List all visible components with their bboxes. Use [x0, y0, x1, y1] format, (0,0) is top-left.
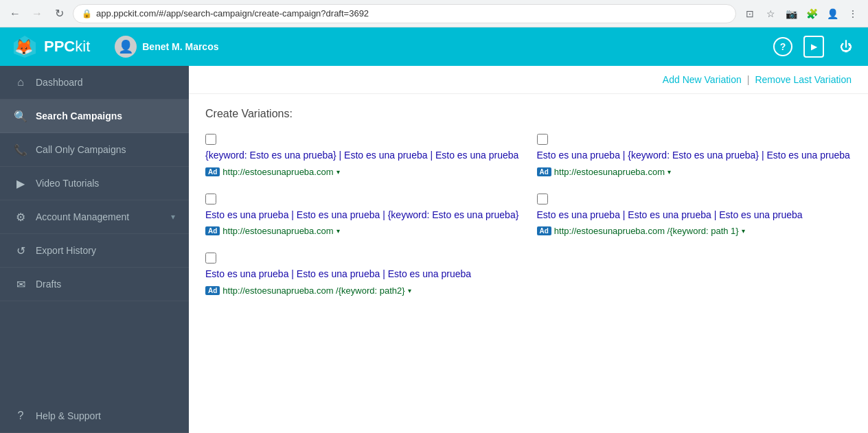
search-icon: 🔍 — [14, 109, 27, 123]
history-icon: ↺ — [14, 244, 27, 257]
sidebar-item-search-campaigns[interactable]: 🔍 Search Campaigns — [0, 100, 189, 133]
variation-url-row: Ad http://estoesunaprueba.com /{keyword:… — [205, 285, 521, 296]
variation-checkbox[interactable] — [205, 253, 216, 264]
top-nav: 🦊 PPCkit 👤 Benet M. Marcos ? ▶ ⏻ — [0, 27, 868, 66]
sidebar-item-dashboard[interactable]: ⌂ Dashboard — [0, 66, 189, 100]
variations-grid: {keyword: Esto es una prueba} | Esto es … — [205, 134, 852, 296]
url-bar[interactable]: 🔒 app.ppckit.com/#/app/search-campaign/c… — [73, 4, 736, 23]
ad-badge: Ad — [537, 167, 551, 176]
video-button[interactable]: ▶ — [803, 36, 824, 58]
nav-user: 👤 Benet M. Marcos — [115, 36, 218, 58]
sidebar-item-call-only-campaigns[interactable]: 📞 Call Only Campaigns — [0, 133, 189, 167]
action-bar: Add New Variation | Remove Last Variatio… — [189, 66, 868, 94]
variation-url-row: Ad http://estoesunaprueba.com ▾ — [205, 226, 521, 236]
video-icon: ▶ — [14, 176, 27, 190]
variation-url-row: Ad http://estoesunaprueba.com ▾ — [205, 167, 521, 177]
nav-right-icons: ? ▶ ⏻ — [773, 36, 857, 58]
menu-button[interactable]: ⋮ — [845, 5, 861, 22]
variation-title[interactable]: Esto es una prueba | {keyword: Esto es u… — [537, 149, 852, 163]
variation-checkbox[interactable] — [205, 194, 216, 204]
phone-icon: 📞 — [14, 143, 27, 156]
main-content: Add New Variation | Remove Last Variatio… — [189, 66, 868, 433]
gear-icon: ⚙ — [14, 210, 27, 224]
variation-url: http://estoesunaprueba.com — [554, 167, 665, 177]
reload-button[interactable]: ↻ — [51, 5, 67, 22]
sidebar-item-label-export: Export History — [36, 245, 175, 256]
logo-text: PPCkit — [44, 38, 90, 56]
variation-item: Esto es una prueba | {keyword: Esto es u… — [537, 134, 852, 177]
variation-url: http://estoesunaprueba.com /{keyword: pa… — [554, 226, 739, 236]
forward-button[interactable]: → — [29, 5, 45, 22]
avatar: 👤 — [115, 36, 137, 58]
sidebar-item-label-call: Call Only Campaigns — [36, 144, 175, 155]
variation-title[interactable]: Esto es una prueba | Esto es una prueba … — [205, 209, 521, 222]
variation-item-empty — [537, 253, 852, 296]
sidebar-item-account-management[interactable]: ⚙ Account Management ▾ — [0, 200, 189, 234]
variation-item: Esto es una prueba | Esto es una prueba … — [537, 194, 852, 237]
bookmark-button[interactable]: ☆ — [762, 5, 779, 22]
remove-last-variation-link[interactable]: Remove Last Variation — [755, 74, 852, 85]
variation-item: Esto es una prueba | Esto es una prueba … — [205, 194, 521, 237]
help-button[interactable]: ? — [773, 37, 792, 56]
ad-badge: Ad — [205, 286, 220, 295]
add-new-variation-link[interactable]: Add New Variation — [663, 74, 742, 85]
variation-item: {keyword: Esto es una prueba} | Esto es … — [205, 134, 521, 177]
action-separator: | — [747, 74, 750, 85]
variation-checkbox[interactable] — [537, 194, 548, 204]
sidebar: ⌂ Dashboard 🔍 Search Campaigns 📞 Call On… — [0, 66, 189, 433]
url-dropdown-icon[interactable]: ▾ — [742, 227, 745, 235]
variation-title[interactable]: Esto es una prueba | Esto es una prueba … — [537, 209, 852, 222]
variation-item: Esto es una prueba | Esto es una prueba … — [205, 253, 521, 296]
lock-icon: 🔒 — [82, 9, 92, 19]
home-icon: ⌂ — [14, 75, 27, 89]
sidebar-item-label: Dashboard — [36, 77, 175, 88]
section-title: Create Variations: — [205, 108, 852, 120]
sidebar-item-help-support[interactable]: ? Help & Support — [0, 399, 189, 433]
drafts-icon: ✉ — [14, 277, 27, 291]
ad-badge: Ad — [537, 226, 551, 235]
user-name: Benet M. Marcos — [142, 41, 218, 52]
variation-checkbox[interactable] — [205, 134, 216, 145]
browser-actions: ⊡ ☆ 📷 🧩 👤 ⋮ — [742, 5, 861, 22]
url-text: app.ppckit.com/#/app/search-campaign/cre… — [96, 8, 369, 19]
sidebar-item-label-video: Video Tutorials — [36, 178, 175, 189]
help-icon: ? — [14, 409, 27, 423]
sidebar-item-export-history[interactable]: ↺ Export History — [0, 234, 189, 268]
ad-badge: Ad — [205, 167, 220, 176]
profile-button[interactable]: 👤 — [824, 5, 841, 22]
sidebar-item-video-tutorials[interactable]: ▶ Video Tutorials — [0, 167, 189, 200]
url-dropdown-icon[interactable]: ▾ — [336, 168, 340, 176]
ad-badge: Ad — [205, 226, 220, 235]
cast-button[interactable]: ⊡ — [742, 5, 758, 22]
variation-checkbox[interactable] — [537, 134, 548, 145]
sidebar-item-drafts[interactable]: ✉ Drafts — [0, 268, 189, 301]
url-dropdown-icon[interactable]: ▾ — [408, 287, 411, 294]
screenshot-button[interactable]: 📷 — [783, 5, 799, 22]
variation-url: http://estoesunaprueba.com — [222, 226, 333, 236]
variation-title[interactable]: {keyword: Esto es una prueba} | Esto es … — [205, 149, 521, 163]
sidebar-spacer — [0, 301, 189, 399]
sidebar-item-label-search: Search Campaigns — [36, 110, 175, 121]
logo-area: 🦊 PPCkit — [11, 33, 90, 60]
extension-button[interactable]: 🧩 — [803, 5, 820, 22]
power-button[interactable]: ⏻ — [835, 36, 857, 58]
svg-text:🦊: 🦊 — [14, 38, 34, 56]
sidebar-item-label-drafts: Drafts — [36, 279, 175, 290]
sidebar-item-label-help: Help & Support — [36, 410, 175, 421]
sidebar-item-label-account: Account Management — [36, 211, 163, 222]
variation-url-row: Ad http://estoesunaprueba.com /{keyword:… — [537, 226, 852, 236]
variation-url: http://estoesunaprueba.com — [222, 167, 333, 177]
back-button[interactable]: ← — [7, 5, 23, 22]
browser-chrome: ← → ↻ 🔒 app.ppckit.com/#/app/search-camp… — [0, 0, 868, 27]
variation-url-row: Ad http://estoesunaprueba.com ▾ — [537, 167, 852, 177]
chevron-down-icon: ▾ — [171, 212, 175, 222]
variations-section: Create Variations: {keyword: Esto es una… — [189, 94, 868, 309]
variation-url: http://estoesunaprueba.com /{keyword: pa… — [222, 285, 404, 296]
url-dropdown-icon[interactable]: ▾ — [667, 168, 671, 176]
url-dropdown-icon[interactable]: ▾ — [336, 227, 340, 235]
variation-title[interactable]: Esto es una prueba | Esto es una prueba … — [205, 268, 521, 281]
logo-icon: 🦊 — [11, 33, 38, 60]
